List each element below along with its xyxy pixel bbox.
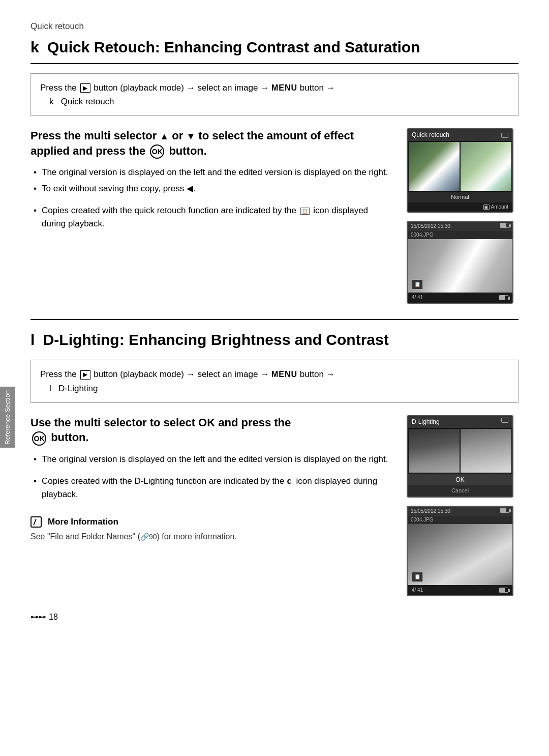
section-k-left: Press the multi selector ▲ or ▼ to selec…: [30, 128, 391, 304]
quick-retouch-screen: Quick retouch Normal ▣ Amount: [407, 128, 513, 213]
dl-copy-icon: c: [287, 477, 291, 486]
section-l-content: Use the multi selector to select OK and …: [30, 415, 518, 596]
cam2-counter-k: 4/ 41: [412, 294, 423, 301]
cam-battery-k1: [501, 133, 508, 138]
cam-dl-cancel: Cancel: [408, 485, 512, 496]
cam-titlebar-k1: Quick retouch: [408, 129, 512, 141]
section-k-title: k Quick Retouch: Enhancing Contrast and …: [30, 37, 518, 64]
cam-dl2-overlay: 📋: [412, 572, 423, 582]
cam-amount-label: Amount: [491, 203, 508, 211]
cam-battery-l: [501, 418, 508, 423]
section-divider: [30, 319, 518, 320]
cam2-titlebar-k: 15/05/2012 15:30: [408, 222, 512, 231]
playback-icon-l: ▶: [80, 370, 90, 380]
nav-box-k-line1: Press the ▶ button (playback mode) → sel…: [40, 81, 509, 95]
section-l-bullets: The original version is displayed on the…: [30, 453, 391, 466]
menu-label-l: MENU: [271, 370, 297, 379]
dl2-battery-fill2: [500, 588, 505, 592]
book-ref: 🔗90: [140, 533, 157, 541]
playback-screen-k: 15/05/2012 15:30 0004.JPG 📋 4/ 41: [407, 221, 513, 304]
section-k-title-text: Quick Retouch: Enhancing Contrast and Sa…: [47, 39, 420, 55]
tri-up-icon: ▲: [160, 131, 169, 141]
section-l-bullets-2: Copies created with the D-Lighting funct…: [30, 475, 391, 501]
cam2-battery-k: [500, 223, 509, 228]
nav-box-l-line1: Press the ▶ button (playback mode) → sel…: [40, 367, 509, 381]
cam-dl2-bottom: 4/ 41: [408, 585, 512, 595]
cam-dl-left: [409, 429, 460, 473]
ok-button-icon-k: OK: [150, 144, 164, 159]
battery-fill-k: [501, 223, 506, 227]
menu-label-k: MENU: [271, 83, 297, 92]
cam-dl2-counter: 4/ 41: [412, 587, 423, 594]
dl-screen: D-Lighting OK Cancel: [407, 415, 513, 498]
battery-fill-b-k: [500, 296, 505, 300]
cam-dl-right: [461, 429, 511, 473]
section-k-letter: k: [30, 39, 39, 55]
section-k-heading: Press the multi selector ▲ or ▼ to selec…: [30, 128, 391, 159]
more-info-title: More Information: [30, 516, 391, 528]
section-k-bullets-2: Copies created with the quick retouch fu…: [30, 204, 391, 230]
footer-page: 18: [49, 612, 58, 623]
section-l-right: D-Lighting OK Cancel 15/05/2012 15:30 00…: [407, 415, 518, 596]
cam-image-left-k1: [409, 142, 460, 191]
cam-dl2-battery2: [499, 588, 508, 593]
bullet-k-3: Copies created with the quick retouch fu…: [30, 204, 391, 230]
cam-image-area-k1: [408, 141, 512, 192]
cam-image-right-k1: [461, 142, 511, 191]
cam-dl2-filename: 0004.JPG: [408, 516, 512, 524]
section-k-content: Press the multi selector ▲ or ▼ to selec…: [30, 128, 518, 304]
note-icon: [30, 516, 42, 528]
cam-normal-label: Normal: [408, 192, 512, 202]
cam-dl-images: [408, 428, 512, 474]
copy-retouch-icon: 📋: [300, 208, 310, 215]
reference-section-label: Reference Section: [3, 390, 12, 445]
section-l-heading: Use the multi selector to select OK and …: [30, 415, 391, 446]
playback-icon-k: ▶: [80, 83, 90, 93]
cam2-date-k: 15/05/2012 15:30: [411, 223, 450, 230]
cam-dl2-date: 15/05/2012 15:30: [411, 508, 450, 515]
cam2-bottom-k: 4/ 41: [408, 293, 512, 303]
more-info-section: More Information See "File and Folder Na…: [30, 511, 391, 542]
bullet-l-2: Copies created with the D-Lighting funct…: [30, 475, 391, 501]
section-l-letter: l: [30, 331, 35, 348]
cam-dl2-title: 15/05/2012 15:30: [408, 507, 512, 516]
cam-dl-ok: OK: [408, 474, 512, 486]
tri-down-icon: ▼: [186, 131, 195, 141]
cam2-image-k: 📋: [408, 239, 512, 293]
section-k-bullets: The original version is displayed on the…: [30, 166, 391, 195]
cam-dl-title: D-Lighting: [408, 416, 512, 428]
reference-section-tab: Reference Section: [0, 387, 15, 448]
cam2-filename-k: 0004.JPG: [408, 231, 512, 239]
dl-title-label: D-Lighting: [412, 418, 440, 426]
nav-box-l: Press the ▶ button (playback mode) → sel…: [30, 360, 518, 402]
nav-box-k-line2: k Quick retouch: [40, 95, 509, 108]
cam-title-k1: Quick retouch: [412, 131, 449, 139]
nav-box-k: Press the ▶ button (playback mode) → sel…: [30, 73, 518, 116]
section-k-right: Quick retouch Normal ▣ Amount 15/05/2012…: [407, 128, 518, 304]
bullet-k-1: The original version is displayed on the…: [30, 166, 391, 179]
bullet-l-1: The original version is displayed on the…: [30, 453, 391, 466]
cam-dl2-image: 📋: [408, 524, 512, 585]
footer: ⊶⊷ 18: [30, 612, 518, 623]
section-l-title: l D-Lighting: Enhancing Brightness and C…: [30, 329, 518, 351]
dl2-battery-fill: [501, 508, 506, 512]
cam-dl2-battery: [500, 508, 509, 513]
section-l-title-text: D-Lighting: Enhancing Brightness and Con…: [43, 331, 389, 348]
ok-button-icon-l: OK: [32, 431, 46, 446]
cam2-battery-b-k: [499, 295, 508, 300]
cam2-overlay-icon-k: 📋: [412, 279, 423, 289]
nav-box-l-line2: l D-Lighting: [40, 382, 509, 395]
section-l-left: Use the multi selector to select OK and …: [30, 415, 391, 596]
more-info-label: More Information: [48, 516, 118, 528]
playback-screen-l: 15/05/2012 15:30 0004.JPG 📋 4/ 41: [407, 506, 513, 596]
cam-amount-bar: ▣ Amount: [408, 202, 512, 212]
bullet-k-2: To exit without saving the copy, press ◀…: [30, 182, 391, 195]
amount-icon: ▣: [483, 205, 490, 210]
more-info-text: See "File and Folder Names" (🔗90) for mo…: [30, 531, 391, 542]
breadcrumb: Quick retouch: [30, 20, 518, 33]
footer-symbol: ⊶⊷: [30, 612, 46, 622]
